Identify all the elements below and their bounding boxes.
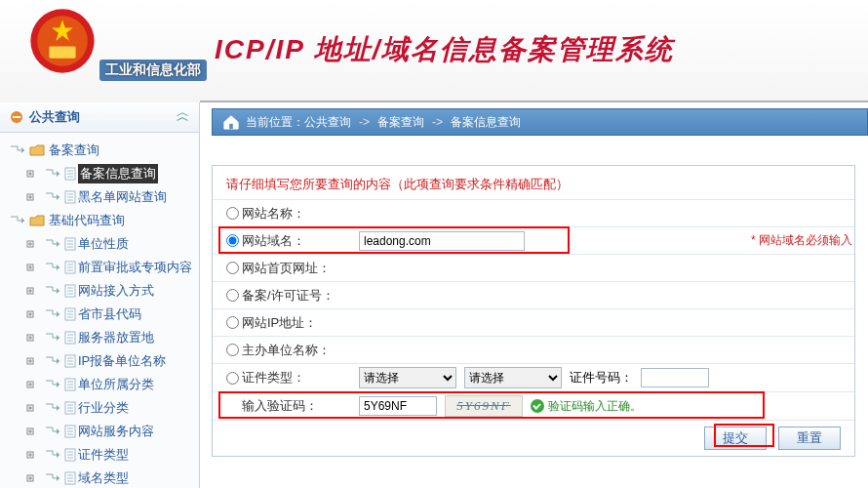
note-domain-required: * 网站域名必须输入 [751, 232, 852, 249]
radio-homepage[interactable] [226, 262, 239, 274]
sidebar: 公共查询 备案查询 备案信息查询 黑名单网站查询 基础代码查询 单位性质 前置审… [0, 102, 200, 488]
select-cert-type2[interactable]: 请选择 [464, 367, 562, 388]
input-cert-num[interactable] [641, 368, 709, 387]
tree-leaf[interactable]: 前置审批或专项内容 [4, 256, 195, 279]
tree-leaf[interactable]: 服务器放置地 [4, 326, 195, 349]
svg-rect-3 [49, 46, 75, 58]
row-site-name: 网站名称： [213, 199, 854, 226]
sidebar-arrows-icon[interactable] [176, 110, 189, 125]
row-sponsor: 主办单位名称： [213, 336, 854, 363]
sidebar-header[interactable]: 公共查询 [0, 102, 199, 133]
captcha-image[interactable]: 5Y69NF [445, 395, 523, 417]
breadcrumb-sep: -> [432, 115, 443, 129]
row-captcha: 输入验证码： 5Y69NF 验证码输入正确。 [213, 391, 854, 420]
breadcrumb-item[interactable]: 公共查询 [304, 114, 351, 131]
tree-leaf[interactable]: IP报备单位名称 [4, 349, 195, 373]
radio-domain[interactable] [226, 234, 239, 247]
reset-button[interactable]: 重置 [778, 427, 841, 450]
header-divider [200, 101, 868, 102]
home-icon [222, 114, 240, 130]
tree-leaf[interactable]: 单位所属分类 [4, 373, 195, 396]
tree-leaf[interactable]: 网站服务内容 [4, 420, 195, 443]
label-site-name: 网站名称： [242, 205, 359, 223]
input-captcha[interactable] [359, 396, 437, 416]
sidebar-title: 公共查询 [29, 108, 80, 126]
site-title: ICP/IP 地址/域名信息备案管理系统 [215, 31, 674, 68]
radio-cert[interactable] [226, 372, 239, 385]
sidebar-tree: 备案查询 备案信息查询 黑名单网站查询 基础代码查询 单位性质 前置审批或专项内… [0, 133, 199, 488]
tree-leaf[interactable]: 单位性质 [4, 232, 195, 256]
label-homepage: 网站首页网址： [242, 260, 359, 277]
ministry-emblem-box: 工业和信息化部 [29, 8, 207, 81]
submit-button[interactable]: 提交 [704, 427, 767, 450]
label-domain: 网站域名： [242, 232, 359, 250]
tree-leaf[interactable]: 省市县代码 [4, 303, 195, 326]
label-cert: 证件类型： [242, 369, 359, 386]
radio-sponsor[interactable] [226, 344, 239, 356]
ministry-label: 工业和信息化部 [99, 60, 207, 81]
collapse-icon [10, 110, 23, 124]
button-row: 提交 重置 [213, 420, 854, 456]
input-domain[interactable] [359, 231, 525, 251]
svg-rect-36 [229, 124, 233, 129]
check-icon [531, 399, 544, 413]
breadcrumb-sep: -> [359, 115, 370, 129]
breadcrumb-item[interactable]: 备案查询 [377, 114, 424, 131]
breadcrumb: 当前位置： 公共查询 -> 备案查询 -> 备案信息查询 [212, 108, 868, 136]
tree-leaf[interactable]: 证件类型 [4, 443, 195, 467]
row-homepage: 网站首页网址： [213, 254, 854, 281]
label-ip: 网站IP地址： [242, 314, 359, 332]
tree-leaf[interactable]: 行业分类 [4, 396, 195, 420]
row-license: 备案/许可证号： [213, 281, 854, 308]
row-domain: 网站域名： * 网站域名必须输入 [213, 226, 854, 254]
row-ip: 网站IP地址： [213, 308, 854, 336]
svg-rect-5 [13, 116, 20, 118]
select-cert-type1[interactable]: 请选择 [359, 367, 456, 388]
query-form-panel: 请仔细填写您所要查询的内容（此项查询要求条件精确匹配） 网站名称： 网站域名： … [212, 165, 855, 457]
national-emblem-icon [29, 8, 96, 74]
tree-group[interactable]: 基础代码查询 [4, 209, 195, 232]
radio-license[interactable] [226, 289, 239, 302]
label-captcha: 输入验证码： [242, 397, 359, 415]
page-header: 工业和信息化部 ICP/IP 地址/域名信息备案管理系统 [0, 0, 868, 102]
captcha-status: 验证码输入正确。 [531, 398, 642, 415]
tree-leaf[interactable]: 备案信息查询 [4, 162, 195, 185]
main-content: 当前位置： 公共查询 -> 备案查询 -> 备案信息查询 请仔细填写您所要查询的… [200, 102, 868, 488]
label-license: 备案/许可证号： [242, 287, 359, 305]
row-cert: 证件类型： 请选择 请选择 证件号码： [213, 363, 854, 391]
breadcrumb-item[interactable]: 备案信息查询 [451, 114, 521, 131]
radio-ip[interactable] [226, 316, 239, 329]
tree-leaf[interactable]: 网站接入方式 [4, 279, 195, 303]
breadcrumb-prefix: 当前位置： [246, 114, 304, 131]
label-sponsor: 主办单位名称： [242, 342, 359, 359]
label-cert-num: 证件号码： [570, 369, 633, 386]
radio-site-name[interactable] [226, 207, 239, 220]
captcha-ok-text: 验证码输入正确。 [548, 398, 642, 415]
form-hint: 请仔细填写您所要查询的内容（此项查询要求条件精确匹配） [213, 166, 854, 199]
tree-group[interactable]: 备案查询 [4, 139, 195, 162]
tree-leaf[interactable]: 域名类型 [4, 467, 195, 488]
tree-leaf[interactable]: 黑名单网站查询 [4, 185, 195, 209]
